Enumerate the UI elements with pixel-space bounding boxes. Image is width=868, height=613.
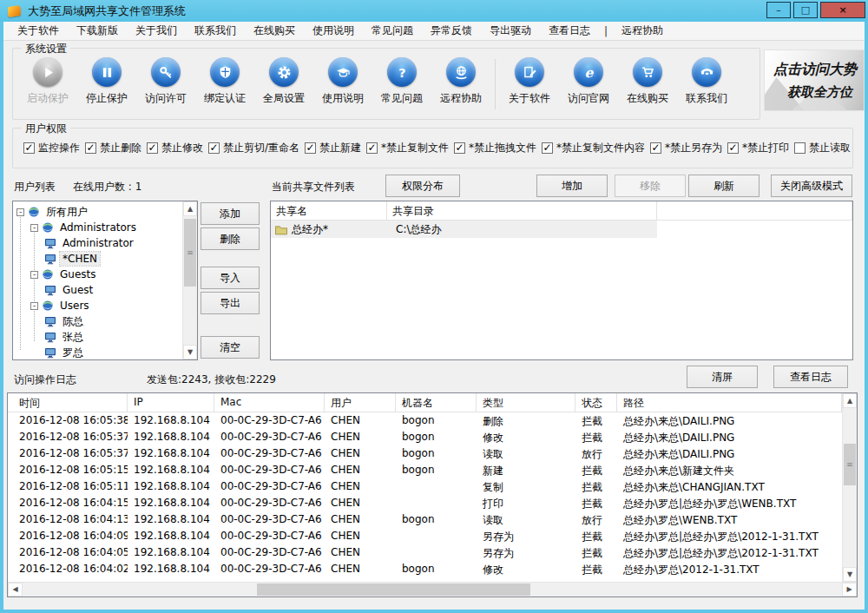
menu-item[interactable]: 异常反馈 xyxy=(422,23,481,38)
tree-item-administrators[interactable]: -Administrators xyxy=(13,220,182,235)
log-row[interactable]: 2016-12-08 16:04:15192.168.8.10400-0C-29… xyxy=(8,495,842,511)
toolbar-button[interactable]: 绑定认证 xyxy=(195,57,254,106)
col-share-name[interactable]: 共享名 xyxy=(271,201,387,220)
clear-screen-button[interactable]: 清屏 xyxy=(687,366,758,388)
minimize-button[interactable]: – xyxy=(766,2,791,18)
tree-item-[interactable]: 陈总 xyxy=(13,313,182,329)
permission-checkbox[interactable]: ✓禁止删除 xyxy=(85,141,141,155)
menu-item[interactable]: 关于我们 xyxy=(127,23,186,38)
scroll-right-arrow[interactable]: ▶ xyxy=(842,583,857,597)
toolbar-button[interactable]: 使用说明 xyxy=(313,57,372,106)
close-advanced-mode-button[interactable]: 关闭高级模式 xyxy=(771,175,852,197)
tree-scrollbar[interactable]: ▲ ≡ ▼ xyxy=(182,201,197,359)
tree-item-guests[interactable]: -Guests xyxy=(13,267,182,282)
tree-item-[interactable]: -所有用户 xyxy=(13,204,182,220)
maximize-button[interactable]: □ xyxy=(793,2,818,18)
scroll-left-arrow[interactable]: ◀ xyxy=(8,583,23,597)
permission-checkbox[interactable]: ✓*禁止复制文件 xyxy=(366,141,449,155)
scrollbar-thumb[interactable]: ≡ xyxy=(184,219,196,287)
permission-checkbox[interactable]: ✓禁止剪切/重命名 xyxy=(208,141,299,155)
permission-checkbox[interactable]: 禁止读取 xyxy=(794,141,851,155)
permission-checkbox[interactable]: ✓*禁止拖拽文件 xyxy=(454,141,536,155)
log-column-header[interactable]: 用户 xyxy=(325,393,396,412)
toolbar-button[interactable]: 在线购买 xyxy=(618,57,677,106)
menu-item[interactable]: 导出驱动 xyxy=(481,23,540,38)
permission-checkbox[interactable]: ✓*禁止复制文件内容 xyxy=(542,141,645,155)
toolbar-button[interactable]: 访问许可 xyxy=(136,57,195,106)
share-row[interactable]: 总经办*C:\总经办 xyxy=(271,221,657,238)
tree-item-administrator[interactable]: Administrator xyxy=(13,235,182,251)
toolbar-button[interactable]: 联系我们 xyxy=(677,57,736,106)
log-row[interactable]: 2016-12-08 16:05:37192.168.8.10400-0C-29… xyxy=(8,445,842,462)
permission-checkbox[interactable]: ✓*禁止另存为 xyxy=(650,141,722,155)
tree-item-users[interactable]: -Users xyxy=(13,298,182,313)
scroll-down-arrow[interactable]: ▼ xyxy=(183,345,197,359)
scrollbar-thumb[interactable] xyxy=(257,583,530,596)
permission-checkbox[interactable]: ✓*禁止打印 xyxy=(727,141,789,155)
log-row[interactable]: 2016-12-08 16:04:02192.168.8.10400-0C-29… xyxy=(8,561,842,577)
share-add-button[interactable]: 增加 xyxy=(536,175,608,197)
tree-expander-icon[interactable]: - xyxy=(16,208,24,216)
toolbar-button[interactable]: 关于软件 xyxy=(500,57,559,106)
log-row[interactable]: 2016-12-08 16:05:15192.168.8.10400-0C-29… xyxy=(8,462,842,478)
menu-item[interactable]: 关于软件 xyxy=(9,23,68,38)
log-row[interactable]: 2016-12-08 16:04:13192.168.8.10400-0C-29… xyxy=(8,511,842,528)
scroll-up-arrow[interactable]: ▲ xyxy=(183,201,197,216)
menu-item[interactable]: 联系我们 xyxy=(186,23,245,38)
log-row[interactable]: 2016-12-08 16:05:37192.168.8.10400-0C-29… xyxy=(8,429,842,445)
about-icon xyxy=(515,57,544,87)
log-horizontal-scrollbar[interactable]: ◀ ▶ xyxy=(8,582,857,597)
log-column-header[interactable]: Mac xyxy=(214,393,325,412)
tree-item-chen[interactable]: *CHEN xyxy=(13,251,182,267)
toolbar-button[interactable]: 全局设置 xyxy=(254,57,313,106)
log-column-header[interactable]: 状态 xyxy=(575,393,617,412)
col-share-dir[interactable]: 共享目录 xyxy=(387,201,657,220)
user-export-button[interactable]: 导出 xyxy=(201,292,260,314)
permission-distribution-button[interactable]: 权限分布 xyxy=(385,175,460,197)
view-log-button[interactable]: 查看日志 xyxy=(773,366,848,388)
menu-item[interactable]: 远程协助 xyxy=(613,23,672,38)
log-row[interactable]: 2016-12-08 16:04:09192.168.8.10400-0C-29… xyxy=(8,528,842,544)
share-refresh-button[interactable]: 刷新 xyxy=(688,175,760,197)
user-import-button[interactable]: 导入 xyxy=(201,267,260,289)
log-row[interactable]: 2016-12-08 16:04:05192.168.8.10400-0C-29… xyxy=(8,544,842,561)
menu-item[interactable]: 使用说明 xyxy=(304,23,363,38)
permission-checkbox[interactable]: ✓监控操作 xyxy=(23,141,80,155)
log-column-header[interactable]: 时间 xyxy=(8,393,128,412)
toolbar-button[interactable]: 远程协助 xyxy=(431,57,490,106)
log-row[interactable]: 2016-12-08 16:05:11192.168.8.10400-0C-29… xyxy=(8,478,842,495)
menu-item[interactable]: 下载新版 xyxy=(68,23,127,38)
log-column-header[interactable]: 机器名 xyxy=(396,393,477,412)
user-clear-button[interactable]: 清空 xyxy=(201,336,260,359)
permission-checkbox[interactable]: ✓禁止修改 xyxy=(147,141,203,155)
toolbar-button[interactable]: 停止保护 xyxy=(77,57,136,106)
menubar: 关于软件下载新版关于我们联系我们在线购买使用说明常见问题异常反馈导出驱动查看日志… xyxy=(3,22,865,41)
log-cell: CHEN xyxy=(325,445,396,462)
tree-expander-icon[interactable]: - xyxy=(30,271,38,279)
close-button[interactable]: × xyxy=(820,2,865,18)
promo-banner[interactable]: 点击访问大势 获取全方位 xyxy=(764,49,865,111)
log-cell: CHEN xyxy=(325,544,396,561)
scrollbar-thumb[interactable]: ≡ xyxy=(844,444,856,485)
scroll-up-arrow[interactable]: ▲ xyxy=(843,393,857,408)
tree-item-[interactable]: 张总 xyxy=(13,329,182,345)
menu-item[interactable]: 在线购买 xyxy=(245,23,304,38)
log-row[interactable]: 2016-12-08 16:05:38192.168.8.10400-0C-29… xyxy=(8,412,842,429)
permission-checkbox[interactable]: ✓禁止新建 xyxy=(305,141,361,155)
tree-item-[interactable]: 罗总 xyxy=(13,345,182,359)
menu-item[interactable]: 查看日志 xyxy=(540,23,599,38)
toolbar-button[interactable]: e访问官网 xyxy=(559,57,618,106)
scroll-down-arrow[interactable]: ▼ xyxy=(843,567,857,582)
tree-expander-icon[interactable]: - xyxy=(30,302,38,310)
menu-item[interactable]: 常见问题 xyxy=(363,23,422,38)
user-add-button[interactable]: 添加 xyxy=(201,202,260,225)
toolbar-button[interactable]: ?常见问题 xyxy=(372,57,431,106)
log-column-header[interactable]: 路径 xyxy=(617,393,842,412)
log-column-header[interactable]: 类型 xyxy=(477,393,575,412)
user-delete-button[interactable]: 删除 xyxy=(201,227,260,250)
log-column-header[interactable]: IP xyxy=(128,393,214,412)
tree-item-guest[interactable]: Guest xyxy=(13,282,182,298)
log-cell: 读取 xyxy=(477,445,575,462)
tree-expander-icon[interactable]: - xyxy=(30,224,38,232)
log-vertical-scrollbar[interactable]: ▲ ≡ ▼ xyxy=(842,393,857,582)
